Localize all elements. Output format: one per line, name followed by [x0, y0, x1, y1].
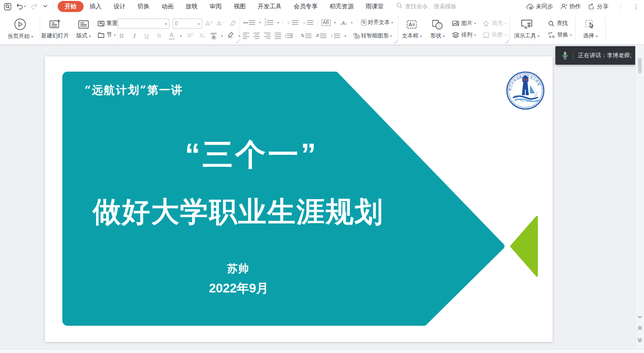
increase-font-icon[interactable]: A⁺	[205, 19, 214, 28]
decrease-indent-icon[interactable]: ←	[287, 20, 298, 25]
tab-developer[interactable]: 开发工具	[252, 1, 288, 12]
new-slide-button[interactable]: 新建幻灯片	[38, 18, 72, 41]
replace-label: 替换	[557, 31, 568, 39]
superscript-icon[interactable]: X²	[186, 32, 194, 39]
tab-insert[interactable]: 插入	[84, 1, 108, 12]
phonetic-guide-icon[interactable]: wén 文	[211, 32, 217, 40]
font-size-input[interactable]	[175, 20, 198, 27]
slide-subtitle[interactable]: “远航计划”第一讲	[84, 83, 183, 97]
tab-slideshow[interactable]: 放映	[180, 1, 204, 12]
command-search[interactable]	[396, 2, 474, 11]
align-text-button[interactable]: ⇅ 对齐文本▾	[359, 18, 395, 28]
tab-membership[interactable]: 会员专享	[288, 1, 324, 12]
numbered-list-icon[interactable]: 123	[265, 18, 273, 27]
slide-author[interactable]: 苏帅	[227, 262, 249, 276]
objects-dialog-launcher[interactable]	[505, 40, 508, 43]
ribbon-collapse-icon[interactable]	[42, 5, 48, 8]
university-studio-logo[interactable]: 长江大学远航辅导员工作室 YUANHANG INSTRUCTOR STUDIO	[506, 71, 545, 110]
undo-dropdown-caret[interactable]: ▾	[24, 5, 26, 8]
tab-view[interactable]: 视图	[228, 1, 252, 12]
search-input[interactable]	[405, 3, 474, 10]
slide-date[interactable]: 2022年9月	[209, 280, 268, 297]
line-spacing-increase-icon[interactable]: ⇅	[301, 34, 312, 38]
line-spacing-icon[interactable]: ↕	[331, 34, 340, 38]
replace-button[interactable]: A B 替换 ▾	[546, 30, 574, 40]
convert-smart-graphic-button[interactable]: 转智能图形▾	[350, 31, 394, 41]
paragraph-spacing-icon[interactable]: ⇵	[316, 34, 327, 38]
outline-icon	[482, 32, 490, 38]
strikethrough-icon[interactable]: S	[155, 32, 163, 39]
slide-title-line2[interactable]: 做好大学职业生涯规划	[93, 193, 384, 231]
collaborate-label: 协作	[569, 3, 581, 11]
collaborate-button[interactable]: 协作	[560, 3, 581, 11]
layout-icon	[78, 19, 90, 30]
next-slide-icon[interactable]	[635, 338, 644, 342]
layout-button[interactable]: 版式 ▾	[73, 18, 93, 41]
group-play: 当页开始 ▾	[1, 14, 40, 44]
play-from-current-button[interactable]: 当页开始 ▾	[5, 17, 36, 41]
tab-docer-resources[interactable]: 稻壳资源	[324, 1, 360, 12]
distribute-text-icon[interactable]	[285, 34, 292, 38]
textbox-button[interactable]: A≡ 文本框 ▾	[399, 18, 425, 41]
share-button[interactable]: 分享	[588, 3, 608, 11]
character-spacing-icon[interactable]: AB	[321, 19, 330, 26]
align-center-icon[interactable]	[253, 33, 260, 39]
text-direction-letter: A	[342, 20, 345, 26]
bullet-list-icon[interactable]: ●●●	[243, 20, 255, 25]
vertical-scrollbar[interactable]	[635, 45, 644, 349]
align-left-icon[interactable]	[243, 33, 249, 39]
shapes-label: 形状	[430, 32, 441, 39]
arrange-button[interactable]: 排列 ▾	[450, 30, 478, 40]
subscript-icon[interactable]: X₂	[199, 32, 207, 39]
select-button[interactable]: 选择 ▾	[580, 18, 600, 41]
paragraph-dialog-launcher[interactable]	[394, 40, 397, 43]
previous-slide-icon[interactable]	[635, 326, 644, 330]
section-button[interactable]: 节 ▾	[96, 30, 120, 40]
clear-format-icon[interactable]	[229, 19, 236, 28]
font-color-icon[interactable]: A	[168, 32, 176, 40]
find-button[interactable]: 查找	[546, 18, 574, 29]
reset-button[interactable]: 重置	[96, 18, 120, 29]
justify-icon[interactable]	[275, 33, 281, 39]
tab-rain-classroom[interactable]: 雨课堂	[360, 1, 390, 12]
underline-icon[interactable]: U	[143, 32, 151, 39]
font-name-input[interactable]	[120, 20, 165, 27]
slide-title-line1[interactable]: “三个一”	[185, 134, 319, 176]
presentation-tools-button[interactable]: 演示工具 ▾	[511, 18, 542, 41]
shapes-button[interactable]: 形状 ▾	[427, 18, 447, 41]
scroll-down-arrow-icon[interactable]	[635, 316, 644, 318]
tab-review[interactable]: 审阅	[204, 1, 228, 12]
replace-icon: A B	[548, 32, 555, 38]
font-dialog-launcher[interactable]	[235, 40, 239, 43]
bold-icon[interactable]: B	[118, 32, 126, 39]
green-triangle-shape[interactable]	[511, 217, 537, 276]
preview-search-icon[interactable]	[4, 3, 12, 11]
picture-button[interactable]: 图片 ▾	[450, 18, 478, 29]
undo-icon[interactable]: ▾	[16, 3, 26, 10]
select-icon	[584, 19, 596, 30]
font-name-combo[interactable]: ▾	[118, 18, 169, 29]
text-direction-icon[interactable]: ↓A↕	[340, 18, 347, 27]
align-text-icon: ⇅	[361, 19, 367, 25]
svg-text:B: B	[552, 34, 554, 38]
italic-icon[interactable]: I	[130, 32, 138, 39]
svg-text:A: A	[549, 34, 552, 38]
titlebar: ▾ 开始 插入 设计 切换 动画 放映 审阅 视图 开发工具 会员专享 稻壳资源	[0, 0, 644, 13]
tab-transitions[interactable]: 切换	[132, 1, 156, 12]
outline-label: 轮廓	[492, 31, 503, 39]
font-size-combo[interactable]: ▾	[173, 18, 202, 29]
increase-indent-icon[interactable]: →	[302, 20, 313, 25]
slide-canvas[interactable]: “远航计划”第一讲 “三个一” 做好大学职业生涯规划 苏帅 2022年9月 长江…	[45, 56, 553, 342]
titlebar-divider	[620, 3, 621, 10]
tab-home[interactable]: 开始	[58, 1, 84, 12]
tab-design[interactable]: 设计	[108, 1, 132, 12]
align-right-icon[interactable]	[264, 33, 271, 39]
highlight-pen-icon[interactable]	[227, 31, 234, 40]
sync-status-button[interactable]: 未同步	[526, 3, 554, 11]
scrollbar-thumb[interactable]	[638, 58, 642, 73]
decrease-font-icon[interactable]: A⁻	[217, 19, 225, 28]
editor-workspace: “远航计划”第一讲 “三个一” 做好大学职业生涯规划 苏帅 2022年9月 长江…	[0, 45, 644, 349]
more-menu-icon[interactable]: ⋮	[633, 3, 639, 10]
quick-access-toolbar: ▾	[4, 3, 48, 11]
tab-animation[interactable]: 动画	[156, 1, 180, 12]
